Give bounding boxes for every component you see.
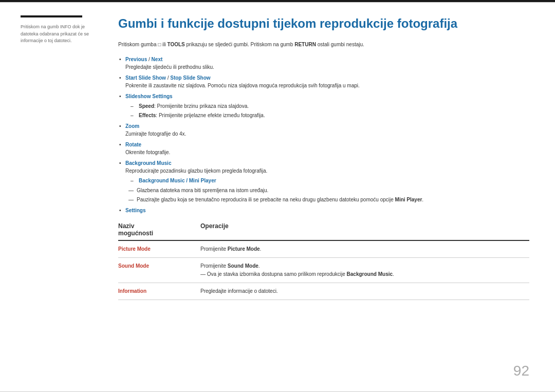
desc-slideshow: Pokrenite ili zaustavite niz slajdova. P… xyxy=(125,83,360,88)
list-item-previous-next: Previous / Next Pregledajte sljedeću ili… xyxy=(118,55,529,71)
term-picture-mode: Picture Mode xyxy=(228,246,260,252)
slideshow-sub-list: Speed: Promijenite brzinu prikaza niza s… xyxy=(131,102,529,119)
table-row-picture-mode: Picture Mode Promijenite Picture Mode. xyxy=(118,241,529,258)
term-bgmusic-miniplayer: Background Music / Mini Player xyxy=(139,178,216,183)
bgmusic-sub-list: Background Music / Mini Player xyxy=(131,177,529,184)
row-name-information: Information xyxy=(118,287,200,294)
term-settings: Settings xyxy=(125,208,145,213)
term-bgmusic-ref: Background Music xyxy=(347,271,393,277)
table-row-information: Information Pregledajte informacije o da… xyxy=(118,283,529,300)
sidebar: Pritiskom na gumb INFO dok je datoteka o… xyxy=(21,15,103,45)
list-item-slideshow-settings: Slideshow Settings Speed: Promijenite br… xyxy=(118,92,529,119)
row-name-sound-mode: Sound Mode xyxy=(118,262,200,269)
list-item-rotate: Rotate Okrenite fotografije. xyxy=(118,141,529,156)
term-rotate: Rotate xyxy=(125,142,141,147)
table-row-sound-mode: Sound Mode Promijenite Sound Mode. — Ova… xyxy=(118,258,529,283)
main-bullet-list: Previous / Next Pregledajte sljedeću ili… xyxy=(118,55,529,214)
col-header-op: Operacije xyxy=(200,222,529,237)
sidebar-accent-bar xyxy=(21,15,82,17)
term-stop-slideshow: Stop Slide Show xyxy=(170,75,210,81)
page-number: 92 xyxy=(513,363,529,379)
table-header: Nazivmogućnosti Operacije xyxy=(118,222,529,241)
term-bgmusic: Background Music xyxy=(125,160,171,166)
sub-speed: Speed: Promijenite brzinu prikaza niza s… xyxy=(131,102,529,110)
list-item-slideshow: Start Slide Show / Stop Slide Show Pokre… xyxy=(118,74,529,89)
row-name-picture-mode: Picture Mode xyxy=(118,245,200,252)
list-item-bgmusic: Background Music Reproducirajte pozadins… xyxy=(118,159,529,203)
sub-effects: Effects: Primijenite prijelazne efekte i… xyxy=(131,111,529,119)
list-item-zoom: Zoom Zumirajte fotografije do 4x. xyxy=(118,122,529,138)
desc-bgmusic: Reproducirajte pozadinsku glazbu tijekom… xyxy=(125,168,267,174)
page-title: Gumbi i funkcije dostupni tijekom reprod… xyxy=(118,15,529,31)
desc-previous-next: Pregledajte sljedeću ili prethodnu sliku… xyxy=(125,64,214,70)
bgmusic-dash-list: Glazbena datoteka mora biti spremljena n… xyxy=(128,186,529,203)
list-item-settings: Settings xyxy=(118,207,529,214)
dash-glazbena: Glazbena datoteka mora biti spremljena n… xyxy=(128,186,529,194)
row-op-sound-mode: Promijenite Sound Mode. — Ova je stavka … xyxy=(200,262,529,278)
intro-paragraph: Pritiskom gumba □ ili TOOLS prikazuju se… xyxy=(118,42,529,47)
term-zoom: Zoom xyxy=(125,123,139,129)
main-content: Gumbi i funkcije dostupni tijekom reprod… xyxy=(118,15,529,300)
term-previous: Previous xyxy=(125,57,147,62)
term-sound-mode: Sound Mode xyxy=(228,263,258,269)
row-op-information: Pregledajte informacije o datoteci. xyxy=(200,287,529,295)
table-section: Nazivmogućnosti Operacije Picture Mode P… xyxy=(118,222,529,300)
desc-rotate: Okrenite fotografije. xyxy=(125,150,170,155)
term-slideshow-settings: Slideshow Settings xyxy=(125,94,173,99)
term-start-slideshow: Start Slide Show xyxy=(125,75,166,81)
sidebar-note: Pritiskom na gumb INFO dok je datoteka o… xyxy=(21,24,103,45)
sub-bgmusic-miniplayer: Background Music / Mini Player xyxy=(131,177,529,184)
row-op-picture-mode: Promijenite Picture Mode. xyxy=(200,245,529,253)
dash-pauzirajte: Pauzirajte glazbu koja se trenutačno rep… xyxy=(128,196,529,203)
col-header-name: Nazivmogućnosti xyxy=(118,222,200,237)
desc-zoom: Zumirajte fotografije do 4x. xyxy=(125,131,186,137)
term-next: Next xyxy=(152,57,163,62)
header-line xyxy=(0,2,555,3)
